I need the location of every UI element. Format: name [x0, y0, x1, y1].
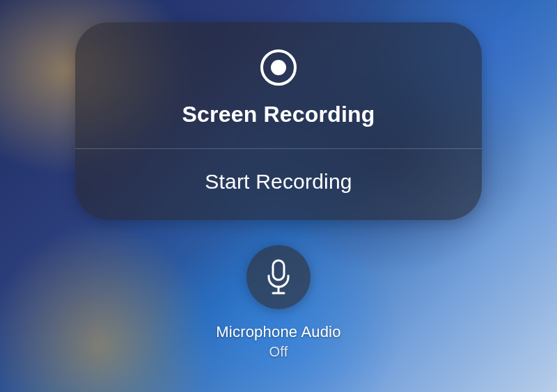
microphone-caption: Microphone Audio Off: [216, 323, 340, 360]
panel-header: Screen Recording: [75, 22, 482, 148]
microphone-toggle-button[interactable]: [246, 245, 311, 309]
panel-title: Screen Recording: [182, 102, 375, 127]
svg-point-1: [271, 60, 286, 75]
start-recording-button[interactable]: Start Recording: [75, 149, 482, 220]
start-recording-label: Start Recording: [205, 170, 352, 194]
microphone-label: Microphone Audio: [216, 323, 340, 341]
screen-record-icon: [260, 49, 297, 86]
svg-rect-2: [273, 260, 284, 280]
microphone-state: Off: [269, 344, 288, 360]
screen-recording-panel: Screen Recording Start Recording: [75, 22, 482, 220]
microphone-icon: [265, 259, 292, 295]
